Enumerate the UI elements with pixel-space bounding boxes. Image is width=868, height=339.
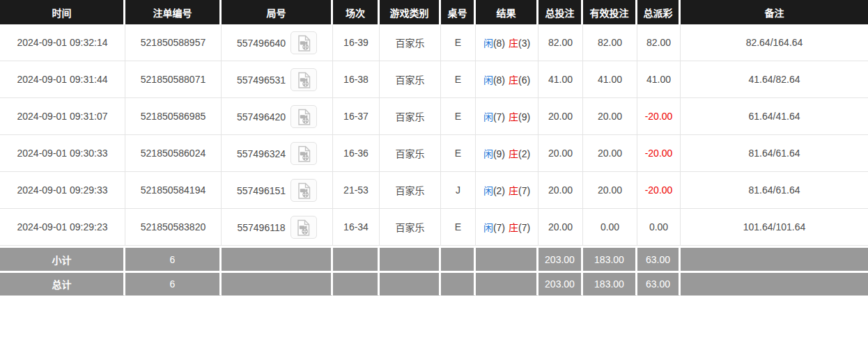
- cell-time: 2024-09-01 09:29:33: [0, 172, 125, 209]
- subtotal-empty-round: [222, 246, 333, 271]
- cell-bet-id: 521850588071: [125, 61, 222, 98]
- cell-remark: 82.64/164.64: [681, 24, 868, 61]
- subtotal-valid-bet: 183.00: [583, 246, 637, 271]
- result-player-label: 闲: [483, 111, 493, 123]
- cell-remark: 101.64/101.64: [681, 209, 868, 246]
- table-body: 2024-09-01 09:32:14 521850588957 5574966…: [0, 24, 868, 246]
- cell-total-bet[interactable]: 20.00: [538, 98, 583, 135]
- video-replay-button[interactable]: [290, 179, 317, 202]
- grand-total-empty-result: [476, 271, 538, 296]
- cell-session: 16-34: [333, 209, 380, 246]
- cell-round: 557496324: [222, 135, 333, 172]
- cell-session: 16-37: [333, 98, 380, 135]
- cell-remark: 81.64/61.64: [681, 172, 868, 209]
- cell-round: 557496640: [222, 24, 333, 61]
- cell-time: 2024-09-01 09:30:33: [0, 135, 125, 172]
- cell-session: 16-39: [333, 24, 380, 61]
- result-banker-score: (2): [518, 148, 530, 159]
- cell-time: 2024-09-01 09:32:14: [0, 24, 125, 61]
- result-banker-score: (7): [518, 222, 530, 233]
- video-replay-button[interactable]: [290, 216, 317, 239]
- grand-total-row: 总计 6 203.00 183.00 63.00: [0, 271, 868, 296]
- video-replay-button[interactable]: [290, 31, 317, 54]
- result-banker-label: 庄: [509, 148, 518, 159]
- result-player-score: (7): [493, 222, 505, 233]
- cell-bet-id: 521850586024: [125, 135, 222, 172]
- grand-total-empty-table-no: [441, 271, 476, 296]
- subtotal-total-bet: 203.00: [538, 246, 583, 271]
- cell-session: 16-36: [333, 135, 380, 172]
- cell-bet-id: 521850584194: [125, 172, 222, 209]
- cell-remark: 81.64/61.64: [681, 135, 868, 172]
- grand-total-empty-game-type: [380, 271, 441, 296]
- grand-total-empty-session: [333, 271, 380, 296]
- cell-total-payout: 0.00: [637, 209, 681, 246]
- cell-total-payout: 82.00: [637, 24, 681, 61]
- cell-valid-bet: 20.00: [583, 98, 637, 135]
- subtotal-empty-table-no: [441, 246, 476, 271]
- subtotal-empty-session: [333, 246, 380, 271]
- cell-total-payout: 41.00: [637, 61, 681, 98]
- video-file-icon: [296, 35, 312, 52]
- table-row: 2024-09-01 09:29:33 521850584194 5574961…: [0, 172, 868, 209]
- video-file-icon: [295, 219, 311, 237]
- cell-total-bet[interactable]: 20.00: [538, 172, 583, 209]
- cell-time: 2024-09-01 09:29:23: [0, 209, 125, 246]
- cell-table-no: E: [441, 209, 476, 246]
- cell-total-bet[interactable]: 41.00: [538, 61, 583, 98]
- result-banker-score: (9): [518, 111, 530, 123]
- column-header-remark: 备注: [681, 0, 868, 24]
- result-banker-label: 庄: [509, 222, 518, 233]
- subtotal-label: 小计: [0, 246, 125, 271]
- grand-total-empty-remark: [681, 271, 868, 296]
- column-header-table-no: 桌号: [441, 0, 476, 24]
- result-player-score: (7): [493, 111, 505, 123]
- result-banker-label: 庄: [509, 185, 518, 196]
- video-replay-button[interactable]: [290, 68, 317, 91]
- result-player-label: 闲: [483, 185, 493, 196]
- round-number: 557496420: [237, 111, 286, 122]
- result-banker-label: 庄: [509, 74, 518, 86]
- cell-round: 557496531: [222, 61, 333, 98]
- column-header-bet-id: 注单编号: [125, 0, 222, 24]
- cell-table-no: E: [441, 61, 476, 98]
- cell-result: 闲(8)庄(3): [476, 24, 538, 61]
- subtotal-empty-result: [476, 246, 538, 271]
- cell-time: 2024-09-01 09:31:07: [0, 98, 125, 135]
- cell-total-payout: -20.00: [637, 172, 681, 209]
- result-player-label: 闲: [483, 38, 493, 49]
- cell-round: 557496420: [222, 98, 333, 135]
- table-header: 时间 注单编号 局号 场次 游戏类别 桌号 结果 总投注 有效投注 总派彩 备注: [0, 0, 868, 24]
- result-banker-score: (3): [518, 38, 530, 49]
- cell-table-no: E: [441, 24, 476, 61]
- video-replay-button[interactable]: [290, 105, 317, 128]
- column-header-session: 场次: [333, 0, 380, 24]
- cell-result: 闲(8)庄(6): [476, 61, 538, 98]
- cell-time: 2024-09-01 09:31:44: [0, 61, 125, 98]
- cell-game-type: 百家乐: [380, 172, 441, 209]
- cell-session: 16-38: [333, 61, 380, 98]
- table-row: 2024-09-01 09:30:33 521850586024 5574963…: [0, 135, 868, 172]
- round-number: 557496640: [237, 37, 286, 48]
- cell-bet-id: 521850588957: [125, 24, 222, 61]
- table-summary: 小计 6 203.00 183.00 63.00 总计 6 203.00 183…: [0, 246, 868, 296]
- column-header-total-payout: 总派彩: [637, 0, 681, 24]
- grand-total-label: 总计: [0, 271, 125, 296]
- column-header-result: 结果: [476, 0, 538, 24]
- table-row: 2024-09-01 09:31:44 521850588071 5574965…: [0, 61, 868, 98]
- cell-total-bet[interactable]: 82.00: [538, 24, 583, 61]
- cell-total-bet[interactable]: 20.00: [538, 209, 583, 246]
- result-player-score: (8): [493, 38, 505, 49]
- video-replay-button[interactable]: [290, 142, 317, 165]
- video-file-icon: [296, 109, 312, 126]
- cell-total-bet[interactable]: 20.00: [538, 135, 583, 172]
- cell-result: 闲(7)庄(9): [476, 98, 538, 135]
- grand-total-valid-bet: 183.00: [583, 271, 637, 296]
- cell-valid-bet: 20.00: [583, 172, 637, 209]
- cell-valid-bet: 82.00: [583, 24, 637, 61]
- subtotal-total-payout: 63.00: [637, 246, 681, 271]
- column-header-round: 局号: [222, 0, 333, 24]
- grand-total-total-payout: 63.00: [637, 271, 681, 296]
- cell-result: 闲(2)庄(7): [476, 172, 538, 209]
- grand-total-total-bet: 203.00: [538, 271, 583, 296]
